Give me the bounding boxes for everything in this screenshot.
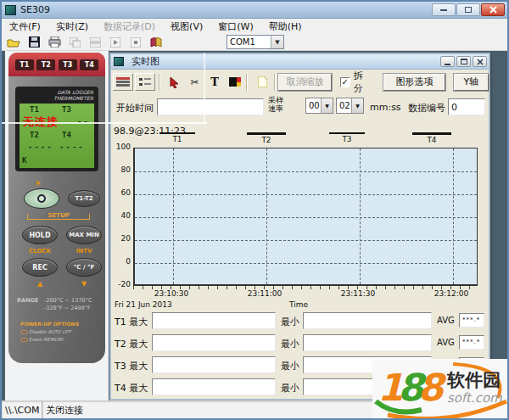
t1-min-input[interactable] <box>303 312 432 329</box>
device-photo: T1 T2 T3 T4 DATA LOGGER THERMOMETER T1 T… <box>5 51 109 400</box>
gridline <box>453 148 454 284</box>
minimize-button[interactable] <box>432 3 456 16</box>
split-label: 拆分 <box>354 70 372 95</box>
site-watermark: 188 软件园 soft.com <box>372 359 509 418</box>
toolbar-separator <box>274 74 275 91</box>
up-arrow-icon: ▲ <box>23 280 57 288</box>
legend-t4: T4 <box>410 132 454 144</box>
watermark-name: 软件园 <box>447 368 501 392</box>
t2-avg-input[interactable] <box>459 335 484 350</box>
down-arrow-icon: ▼ <box>67 280 101 288</box>
list-icon <box>139 77 151 87</box>
y-tick: 20 <box>111 234 131 243</box>
child-maximize-button[interactable] <box>456 56 471 67</box>
stop-button[interactable] <box>127 36 144 49</box>
close-button[interactable] <box>481 3 505 16</box>
main-window: SE309 文件(F) 实时(Z) 数据记录(D) 视图(V) 窗口(W) 帮助… <box>0 0 509 420</box>
legend-line-t1 <box>159 132 195 134</box>
stop-icon <box>131 37 141 48</box>
celsius-fahrenheit-button: °C / °F <box>66 258 102 277</box>
child-minimize-button[interactable] <box>440 56 455 67</box>
chevron-down-icon[interactable]: ▼ <box>321 98 333 113</box>
menu-view[interactable]: 视图(V) <box>163 20 210 33</box>
graph-window-icon <box>114 57 124 66</box>
x-tick: 23:10:30 <box>149 289 193 298</box>
legend-line-t4 <box>412 132 451 135</box>
stats-channel: T1 <box>115 316 126 328</box>
rate-seconds-select[interactable]: 02 ▼ <box>336 98 364 114</box>
open-folder-icon <box>7 37 20 48</box>
menu-help[interactable]: 帮助(H) <box>261 20 310 33</box>
status-port: \\.\COM <box>2 401 42 418</box>
rate-unit-label: mm:ss <box>370 102 401 113</box>
jack-t3: T3 <box>59 59 77 70</box>
start-time-label: 开始时间 <box>116 102 154 115</box>
maximize-button[interactable] <box>456 3 480 16</box>
y-tick: 100 <box>111 143 131 151</box>
scissors-tool-button[interactable]: ✂ <box>187 76 204 89</box>
help-button[interactable] <box>148 36 165 49</box>
gridline <box>135 263 477 264</box>
menu-file[interactable]: 文件(F) <box>2 20 48 33</box>
artifact-line-horizontal <box>2 122 207 124</box>
lcd-bezel: DATA LOGGER THERMOMETER T1 T3 无连接 -- T2 … <box>15 87 98 171</box>
gridline <box>135 194 477 195</box>
rate-minutes-select[interactable]: 00 ▼ <box>305 98 333 114</box>
chevron-down-icon[interactable]: ▼ <box>351 98 363 113</box>
menu-bar: 文件(F) 实时(Z) 数据记录(D) 视图(V) 窗口(W) 帮助(H) <box>2 19 507 34</box>
t2-max-input[interactable] <box>152 334 276 351</box>
main-toolbar: COM1 ▼ <box>2 34 507 51</box>
gridline <box>173 148 174 284</box>
probe-jack-panel: T1 T2 T3 T4 <box>8 53 105 76</box>
checkbox-check-icon[interactable]: ✓ <box>340 77 350 87</box>
cursor-arrow-icon <box>169 76 180 88</box>
graph-options-button[interactable]: 图形选项 <box>383 74 445 91</box>
y-axis-button[interactable]: Y轴 <box>454 74 489 91</box>
window-title: SE309 <box>20 4 50 15</box>
legend-line-t2 <box>247 132 286 135</box>
t1-max-input[interactable] <box>152 312 276 329</box>
cascade-windows-button[interactable] <box>66 36 83 49</box>
legend-t3: T3 <box>325 132 369 143</box>
power-icon <box>37 194 46 203</box>
chevron-down-icon[interactable]: ▼ <box>271 36 283 48</box>
t4-max-input[interactable] <box>152 378 276 395</box>
new-page-button[interactable] <box>254 76 271 89</box>
maxmin-button: MAX MIN <box>66 226 102 244</box>
save-button[interactable] <box>25 36 42 49</box>
plot-area[interactable] <box>133 148 478 286</box>
pointer-tool-button[interactable] <box>166 76 183 89</box>
list-view-button[interactable] <box>135 73 155 91</box>
open-button[interactable] <box>5 36 22 49</box>
rec-button: REC <box>22 258 58 277</box>
t2-min-input[interactable] <box>303 334 432 351</box>
tile-windows-button[interactable] <box>87 36 103 49</box>
scissors-icon: ✂ <box>190 76 199 88</box>
lcd-screen: T1 T3 无连接 -- T2 T4 ---- ---- K <box>20 104 94 168</box>
t1-avg-input[interactable] <box>459 313 484 328</box>
menu-realtime[interactable]: 实时(Z) <box>48 20 96 33</box>
grid-view-button[interactable] <box>113 73 133 91</box>
com-port-select[interactable]: COM1 ▼ <box>227 35 284 49</box>
color-tool-button[interactable] <box>227 76 243 89</box>
child-close-button[interactable] <box>473 56 487 67</box>
print-button[interactable] <box>46 36 63 49</box>
com-port-value: COM1 <box>227 37 271 47</box>
t3-max-input[interactable] <box>152 356 276 373</box>
realtime-graph-window: 实时图 ✂ T <box>109 53 490 400</box>
start-button[interactable] <box>107 36 124 49</box>
menu-window[interactable]: 窗口(W) <box>210 20 260 33</box>
y-tick: -20 <box>111 280 131 288</box>
text-tool-button[interactable]: T <box>206 76 223 89</box>
start-time-input[interactable] <box>157 98 264 115</box>
gridline <box>360 148 361 284</box>
play-icon <box>110 37 120 48</box>
device-brand: DATA LOGGER THERMOMETER <box>53 89 93 101</box>
maximize-icon <box>465 7 472 13</box>
printer-icon <box>48 36 61 48</box>
graph-fields-row: 开始时间 采样 速率 00 ▼ 02 ▼ mm:ss 数据编号 <box>111 95 489 120</box>
data-number-input[interactable] <box>448 98 485 115</box>
split-checkbox[interactable]: ✓ 拆分 <box>340 70 372 95</box>
thermometer-device: T1 T2 T3 T4 DATA LOGGER THERMOMETER T1 T… <box>8 53 105 363</box>
title-bar: SE309 <box>2 2 507 19</box>
